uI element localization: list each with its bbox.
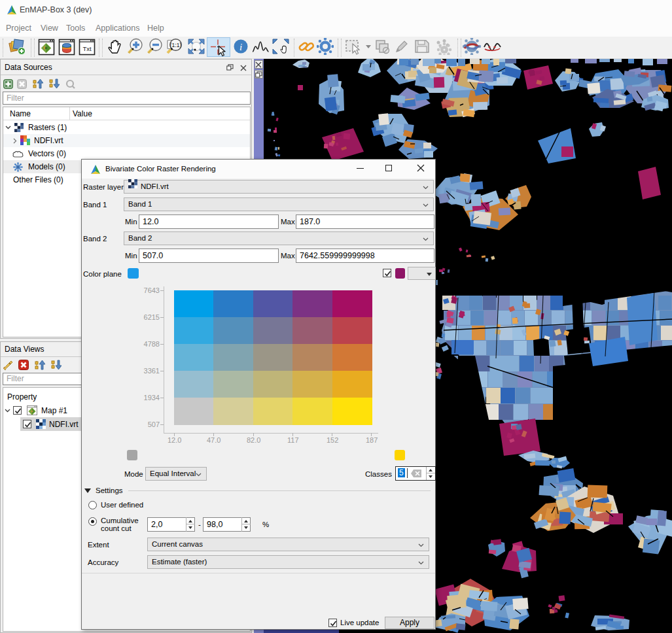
svg-text:Txt: Txt bbox=[82, 45, 92, 52]
svg-text:(1:1): (1:1) bbox=[170, 42, 182, 48]
svg-text:i: i bbox=[239, 42, 242, 52]
